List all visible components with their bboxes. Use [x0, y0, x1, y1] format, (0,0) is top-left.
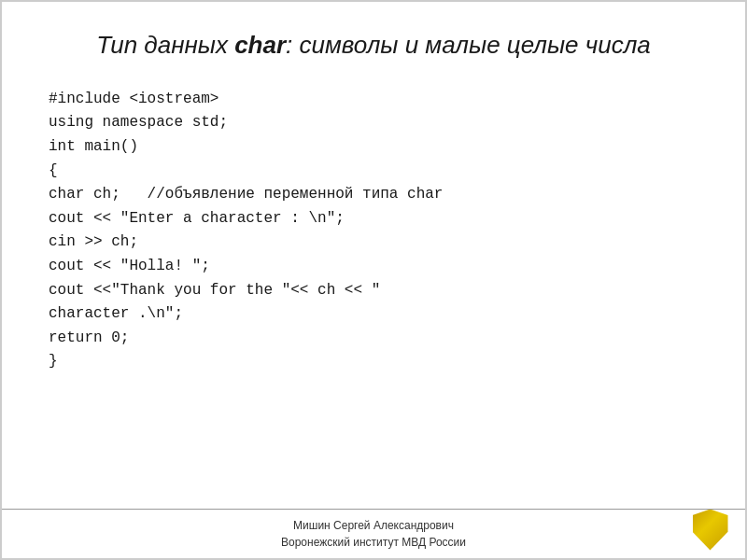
- code-line-6: cout << "Enter a character : \n";: [49, 207, 698, 231]
- slide-title: Тип данных char: символы и малые целые ч…: [49, 30, 698, 62]
- footer-line2: Воронежский институт МВД России: [11, 534, 736, 551]
- code-line-11: return 0;: [49, 327, 698, 351]
- title-prefix: Тип данных: [96, 31, 234, 59]
- code-line-12: }: [49, 350, 698, 374]
- title-bold: char: [234, 31, 286, 59]
- footer-line1: Мишин Сергей Александрович: [11, 517, 736, 534]
- code-line-4: {: [49, 160, 698, 184]
- footer: Мишин Сергей Александрович Воронежский и…: [2, 509, 745, 558]
- code-line-2: using namespace std;: [49, 111, 698, 135]
- footer-logo: [689, 509, 731, 551]
- logo-shield-icon: [693, 510, 728, 551]
- code-line-7: cin >> ch;: [49, 231, 698, 255]
- title-suffix: : символы и малые целые числа: [286, 31, 651, 59]
- code-line-5: char ch; //объявление переменной типа ch…: [49, 183, 698, 207]
- code-block: #include <iostream> using namespace std;…: [49, 88, 698, 374]
- code-line-8: cout << "Holla! ";: [49, 255, 698, 279]
- code-line-10: character .\n";: [49, 302, 698, 327]
- slide: Тип данных char: символы и малые целые ч…: [0, 0, 747, 560]
- slide-content: Тип данных char: символы и малые целые ч…: [2, 2, 745, 509]
- code-line-1: #include <iostream>: [49, 88, 698, 112]
- code-line-3: int main(): [49, 135, 698, 160]
- code-line-9: cout <<"Thank you for the "<< ch << ": [49, 279, 698, 303]
